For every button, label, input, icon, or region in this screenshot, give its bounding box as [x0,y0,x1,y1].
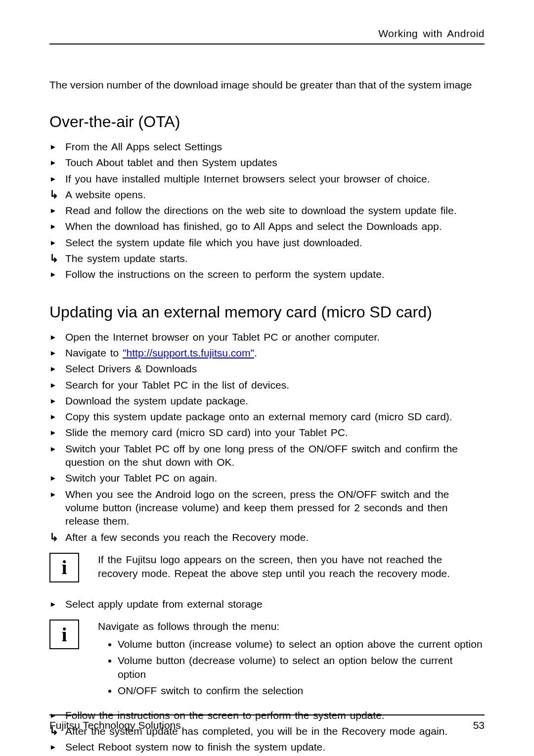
info-note-2-intro: Navigate as follows through the menu: [98,620,485,633]
step-item: Select Drivers & Downloads [49,362,485,375]
step-item: Select the system update ﬁle which you h… [49,236,485,249]
step-item: When you see the Android logo on the scr… [49,488,485,528]
step-arrow-icon [49,488,57,500]
step-arrow-icon [49,410,57,423]
footer: Fujitsu Technology Solutions 53 [49,714,485,731]
step-arrow-icon [49,267,57,280]
info-note-1: i If the Fujitsu logo appears on the scr… [49,553,485,582]
step-text: If you have installed multiple Internet … [65,173,430,184]
result-arrow-icon [49,188,58,202]
step-arrow-icon [49,346,57,359]
step-arrow-icon [49,330,57,343]
step-item: Select apply update from external storag… [49,597,485,611]
info-note-2-body: Navigate as follows through the menu: Vo… [98,620,485,700]
step-arrow-icon [49,236,57,249]
step-item: After a few seconds you reach the Recove… [49,531,485,544]
step-text: A website opens. [65,189,146,200]
step-arrow-icon [49,204,57,217]
step-text: After a few seconds you reach the Recove… [65,532,309,543]
sd-steps-list: Open the Internet browser on your Tablet… [49,330,485,544]
step-item: When the download has ﬁnished, go to All… [49,220,485,233]
step-text: Follow the instructions on the screen to… [65,268,385,280]
step-arrow-icon [49,442,57,455]
step-text: Navigate to "http://support.ts.fujitsu.c… [65,347,257,358]
step-item: Switch your Tablet PC on again. [49,471,485,485]
apply-step-list: Select apply update from external storag… [49,597,485,611]
running-header: Working with Android [49,28,485,40]
step-item: From the All Apps select Settings [49,140,485,153]
step-text: Switch your Tablet PC off by one long pr… [65,443,458,468]
step-text: Select the system update ﬁle which you h… [65,237,362,248]
footer-company: Fujitsu Technology Solutions [49,719,181,731]
info-note-1-text: If the Fujitsu logo appears on the scree… [98,553,485,581]
step-item: Download the system update package. [49,394,485,407]
step-arrow-icon [49,378,57,391]
step-item: Follow the instructions on the screen to… [49,267,485,281]
info-note-2: i Navigate as follows through the menu: … [49,620,485,700]
step-arrow-icon [49,220,57,232]
page-number: 53 [473,719,485,731]
step-item: Touch About tablet and then System updat… [49,156,485,169]
bullet-item: Volume button (increase volume) to selec… [118,637,485,651]
step-text: The system update starts. [65,253,188,264]
step-item: If you have installed multiple Internet … [49,172,485,185]
step-text: Touch About tablet and then System updat… [65,157,277,168]
step-arrow-icon [49,597,57,610]
step-text: Select Drivers & Downloads [65,363,197,374]
step-item: Switch your Tablet PC off by one long pr… [49,442,485,469]
intro-text: The version number of the download image… [49,79,485,91]
step-item: Select Reboot system now to ﬁnish the sy… [49,740,485,754]
ota-steps-list: From the All Apps select SettingsTouch A… [49,140,485,281]
step-item: Navigate to "http://support.ts.fujitsu.c… [49,346,485,359]
step-arrow-icon [49,172,57,185]
step-arrow-icon [49,362,57,375]
page: Working with Android The version number … [0,0,534,756]
step-text: Select Reboot system now to ﬁnish the sy… [65,741,325,753]
step-text: When the download has ﬁnished, go to All… [65,221,442,232]
step-arrow-icon [49,156,57,169]
header-rule [49,44,485,44]
step-text: From the All Apps select Settings [65,141,222,152]
bullet-item: Volume button (decrease volume) to selec… [118,654,485,682]
step-text: When you see the Android logo on the scr… [65,489,449,527]
step-arrow-icon [49,471,57,484]
bullet-item: ON/OFF switch to conﬁrm the selection [118,684,485,698]
info-icon: i [49,620,79,649]
step-text: Select apply update from external storag… [65,598,263,610]
step-item: A website opens. [49,188,485,201]
step-text: Open the Internet browser on your Tablet… [65,331,380,343]
step-item: Copy this system update package onto an … [49,410,485,423]
result-arrow-icon [49,531,58,545]
step-arrow-icon [49,394,57,407]
footer-rule [49,714,485,715]
step-arrow-icon [49,426,57,439]
step-text: Search for your Tablet PC in the list of… [65,379,289,391]
step-item: The system update starts. [49,252,485,265]
result-arrow-icon [49,252,58,266]
step-text: Switch your Tablet PC on again. [65,472,217,484]
support-link[interactable]: "http://support.ts.fujitsu.com" [123,347,254,358]
step-item: Slide the memory card (micro SD card) in… [49,426,485,439]
info-icon: i [49,553,79,582]
step-item: Open the Internet browser on your Tablet… [49,330,485,344]
step-item: Search for your Tablet PC in the list of… [49,378,485,392]
step-arrow-icon [49,140,57,153]
step-item: Read and follow the directions on the we… [49,204,485,217]
info-note-2-bullets: Volume button (increase volume) to selec… [98,637,485,697]
heading-sd: Updating via an external memory card (mi… [49,303,485,321]
step-text: Download the system update package. [65,395,248,406]
step-arrow-icon [49,740,57,753]
step-text: Copy this system update package onto an … [65,411,452,422]
step-text: Read and follow the directions on the we… [65,205,456,216]
heading-ota: Over-the-air (OTA) [49,113,485,131]
step-text: Slide the memory card (micro SD card) in… [65,427,348,438]
